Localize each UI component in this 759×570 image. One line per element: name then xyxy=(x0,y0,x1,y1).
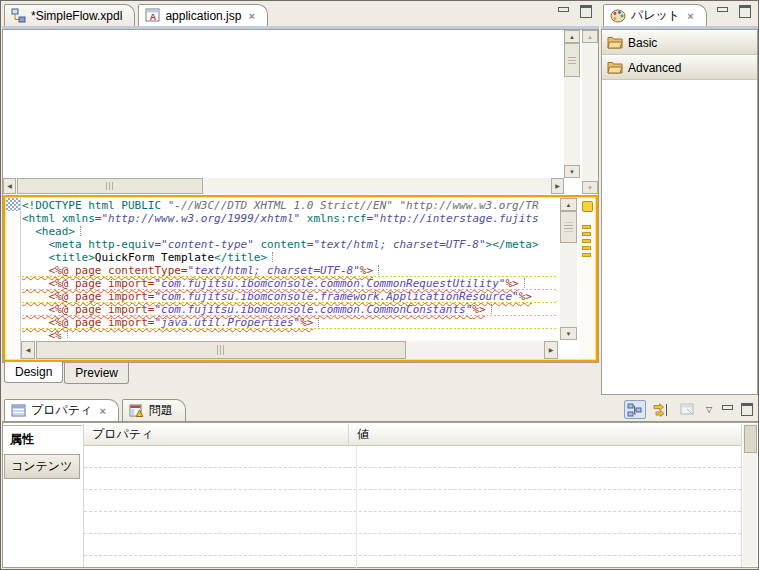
tab-label: application.jsp xyxy=(165,9,241,23)
side-tab-attributes[interactable]: 属性 xyxy=(3,427,82,451)
view-menu-icon[interactable]: ▽ xyxy=(702,405,716,414)
palette-drawer-basic[interactable]: Basic xyxy=(602,30,757,55)
source-vertical-scrollbar[interactable]: ▲ ▼ xyxy=(560,198,577,340)
close-icon[interactable]: × xyxy=(687,10,693,22)
scroll-down-icon[interactable]: ▼ xyxy=(560,327,577,340)
palette-content: Basic Advanced xyxy=(601,29,758,395)
palette-icon xyxy=(610,9,626,23)
column-header-value[interactable]: 値 xyxy=(348,424,741,445)
properties-content: 属性 コンテンツ プロパティ 値 xyxy=(2,422,759,568)
table-row[interactable] xyxy=(84,490,741,512)
properties-table-scrollbar[interactable] xyxy=(743,424,757,566)
minimize-icon[interactable] xyxy=(720,403,735,416)
side-tab-contents[interactable]: コンテンツ xyxy=(4,454,80,479)
xpdl-file-icon xyxy=(11,8,26,23)
problems-icon xyxy=(129,404,144,418)
editor-content: ▲ ▼ ◀ ▶ ▲ ▼ <!DOCTYPE html PUBLIC "-//W xyxy=(2,29,599,363)
scrollbar-thumb[interactable] xyxy=(17,178,203,194)
tab-problems[interactable]: 問題 xyxy=(122,399,186,421)
maximize-icon[interactable] xyxy=(737,5,752,18)
scrollbar-thumb[interactable] xyxy=(560,211,577,243)
scrollbar-thumb[interactable] xyxy=(744,425,757,453)
scroll-up-icon[interactable]: ▲ xyxy=(582,30,598,43)
code-line[interactable]: <% xyxy=(22,329,558,339)
tab-simpleflow-xpdl[interactable]: *SimpleFlow.xpdl xyxy=(4,4,135,26)
side-tab-label: コンテンツ xyxy=(11,458,72,475)
scroll-up-icon[interactable]: ▲ xyxy=(564,30,580,43)
jsp-file-icon: A xyxy=(145,8,160,23)
code-line[interactable]: <%@ page import="com.fujitsu.ibomconsole… xyxy=(22,303,558,316)
code-line[interactable]: <%@ page import="java.util.Properties"%> xyxy=(22,316,558,329)
code-line[interactable]: <meta http-equiv="content-type" content=… xyxy=(22,238,558,251)
editor-area: *SimpleFlow.xpdl A application.jsp × ▲ xyxy=(2,2,599,396)
restore-default-value-button[interactable] xyxy=(676,400,698,419)
show-advanced-properties-button[interactable] xyxy=(650,400,672,419)
selection-hatch-marker xyxy=(6,198,20,211)
scroll-down-icon[interactable]: ▼ xyxy=(564,165,580,178)
overview-ruler[interactable] xyxy=(579,198,595,359)
scrollbar-thumb[interactable] xyxy=(564,43,580,77)
properties-tabbar: プロパティ × 問題 ▽ xyxy=(2,398,759,422)
scroll-up-icon[interactable]: ▲ xyxy=(560,198,577,211)
scroll-right-icon[interactable]: ▶ xyxy=(551,178,564,194)
close-icon[interactable]: × xyxy=(99,405,105,417)
properties-rows xyxy=(84,446,741,570)
source-code[interactable]: <!DOCTYPE html PUBLIC "-//W3C//DTD XHTML… xyxy=(22,199,558,339)
palette-view: パレット × Basic Advanced xyxy=(601,2,758,396)
tab-label: 問題 xyxy=(149,402,173,419)
maximize-icon[interactable] xyxy=(578,5,593,18)
tab-design[interactable]: Design xyxy=(4,362,63,383)
side-tab-label: 属性 xyxy=(10,431,34,448)
table-row[interactable] xyxy=(84,468,741,490)
table-row[interactable] xyxy=(84,446,741,468)
tab-application-jsp[interactable]: A application.jsp × xyxy=(138,4,268,26)
tab-preview[interactable]: Preview xyxy=(64,363,129,384)
properties-toolbar: ▽ xyxy=(624,400,754,419)
code-line[interactable]: <html xmlns="http://www.w3.org/1999/xhtm… xyxy=(22,212,558,225)
show-categories-button[interactable] xyxy=(624,400,646,419)
source-editor[interactable]: <!DOCTYPE html PUBLIC "-//W3C//DTD XHTML… xyxy=(3,195,598,362)
code-line[interactable]: <%@ page import="com.fujitsu.ibomconsole… xyxy=(22,290,558,303)
warning-marker[interactable] xyxy=(582,253,591,257)
code-line[interactable]: <%@ page contentType="text/html; charset… xyxy=(22,264,558,277)
design-canvas[interactable] xyxy=(3,30,565,178)
minimize-icon[interactable] xyxy=(556,5,571,18)
column-header-property[interactable]: プロパティ xyxy=(84,426,348,443)
source-horizontal-scrollbar[interactable]: ◀ ▶ xyxy=(21,341,558,359)
tab-label: パレット xyxy=(631,7,680,24)
scroll-right-icon[interactable]: ▶ xyxy=(544,341,558,359)
tab-properties[interactable]: プロパティ × xyxy=(4,399,119,421)
canvas-horizontal-scrollbar[interactable]: ◀ ▶ xyxy=(3,178,564,194)
properties-table-header: プロパティ 値 xyxy=(84,424,741,446)
tab-palette[interactable]: パレット × xyxy=(603,4,707,26)
code-line[interactable]: <head> xyxy=(22,225,558,238)
scroll-down-icon[interactable]: ▼ xyxy=(582,181,598,194)
table-row[interactable] xyxy=(84,556,741,570)
scroll-left-icon[interactable]: ◀ xyxy=(3,178,16,194)
table-row[interactable] xyxy=(84,512,741,534)
canvas-vertical-scrollbar[interactable]: ▲ ▼ xyxy=(564,30,580,178)
folder-icon xyxy=(607,61,623,74)
ide-window: *SimpleFlow.xpdl A application.jsp × ▲ xyxy=(0,0,759,570)
close-icon[interactable]: × xyxy=(248,10,254,22)
warning-marker[interactable] xyxy=(582,232,591,236)
properties-view: プロパティ × 問題 ▽ xyxy=(2,398,759,568)
palette-tabbar: パレット × xyxy=(601,2,758,29)
warning-marker[interactable] xyxy=(582,239,591,243)
maximize-icon[interactable] xyxy=(739,403,754,416)
drawer-label: Basic xyxy=(628,36,657,50)
overview-header-annotation[interactable] xyxy=(582,201,593,212)
tab-label: Preview xyxy=(75,366,118,380)
scroll-left-icon[interactable]: ◀ xyxy=(21,341,35,359)
minimize-icon[interactable] xyxy=(715,5,730,18)
warning-marker[interactable] xyxy=(582,225,591,229)
code-line[interactable]: <!DOCTYPE html PUBLIC "-//W3C//DTD XHTML… xyxy=(22,199,558,212)
drawer-label: Advanced xyxy=(628,61,681,75)
scrollbar-thumb[interactable] xyxy=(36,341,406,359)
palette-drawer-advanced[interactable]: Advanced xyxy=(602,55,757,80)
design-pane-vertical-scrollbar[interactable]: ▲ ▼ xyxy=(582,30,598,194)
code-line[interactable]: <%@ page import="com.fujitsu.ibomconsole… xyxy=(22,277,558,290)
table-row[interactable] xyxy=(84,534,741,556)
code-line[interactable]: <title>QuickForm Template</title> xyxy=(22,251,558,264)
warning-marker[interactable] xyxy=(582,246,591,250)
